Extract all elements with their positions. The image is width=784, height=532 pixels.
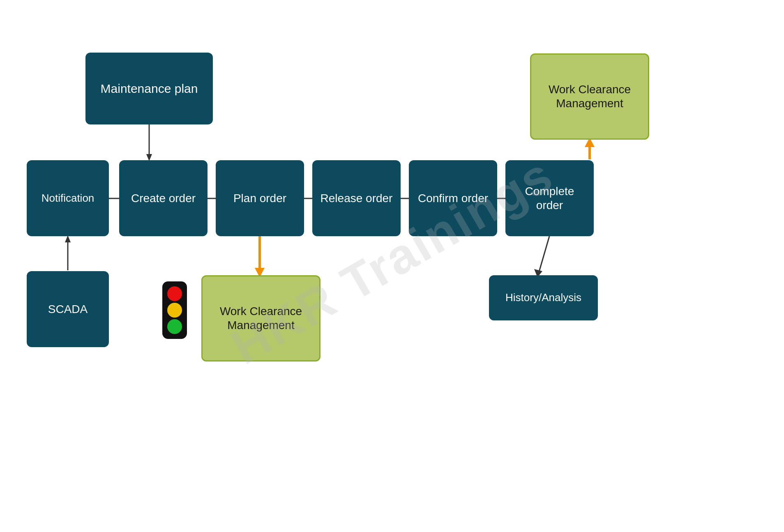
- wcm-top-box: Work Clearance Management: [530, 53, 649, 140]
- scada-box: SCADA: [27, 271, 109, 347]
- confirm-order-box: Confirm order: [409, 160, 497, 236]
- release-order-box: Release order: [312, 160, 401, 236]
- plan-order-box: Plan order: [216, 160, 304, 236]
- traffic-light-icon: [158, 279, 191, 341]
- svg-line-13: [538, 236, 549, 274]
- complete-order-box: Complete order: [505, 160, 594, 236]
- svg-point-18: [167, 319, 182, 334]
- svg-point-16: [167, 286, 182, 301]
- svg-marker-3: [65, 235, 71, 242]
- wcm-bottom-box: Work Clearance Management: [201, 275, 321, 362]
- notification-box: Notification: [27, 160, 109, 236]
- diagram-container: HKR Trainings Maintenance plan: [0, 0, 784, 532]
- maintenance-plan-box: Maintenance plan: [85, 53, 213, 124]
- create-order-box: Create order: [119, 160, 208, 236]
- svg-point-17: [167, 303, 182, 318]
- history-analysis-box: History/Analysis: [489, 275, 598, 320]
